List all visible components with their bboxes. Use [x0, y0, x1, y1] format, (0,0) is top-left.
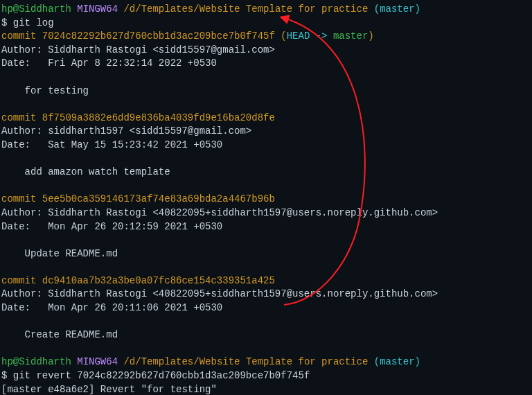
commit-hash: 7024c82292b627d760cbb1d3ac209bce7b0f745f [42, 30, 275, 42]
author-line: Author: Siddharth Rastogi <sidd15597@gma… [1, 44, 531, 58]
prompt-dollar: $ [1, 17, 13, 28]
commit-message: Create README.md [1, 328, 531, 342]
date-line: Date: Mon Apr 26 20:11:06 2021 +0530 [1, 301, 531, 315]
commit-line: commit 8f7509a3882e6dd9e836ba4039fd9e16b… [1, 112, 531, 125]
author-line: Author: siddharth1597 <sidd15597@gmail.c… [1, 125, 531, 139]
prompt-line: hp@Siddharth MINGW64 /d/Templates/Websit… [1, 3, 531, 17]
prompt-path: /d/Templates/Website Template for practi… [123, 356, 368, 367]
command-line[interactable]: $ git revert 7024c82292b627d760cbb1d3ac2… [1, 369, 531, 383]
blank-line [1, 152, 531, 166]
commit-line: commit dc9410aa7b32a3be0a07fc86ce154c339… [1, 274, 531, 288]
date-line: Date: Mon Apr 26 20:12:59 2021 +0530 [1, 220, 531, 234]
terminal-output[interactable]: hp@Siddharth MINGW64 /d/Templates/Websit… [1, 3, 531, 395]
blank-line [1, 234, 531, 247]
blank-line [1, 179, 531, 193]
commit-message: for testing [1, 85, 531, 98]
blank-line [1, 71, 531, 85]
author-line: Author: Siddharth Rastogi <40822095+sidd… [1, 288, 531, 301]
prompt-branch: master [380, 3, 414, 15]
prompt-path: /d/Templates/Website Template for practi… [123, 3, 368, 15]
commit-label: commit [1, 112, 42, 123]
commit-hash: 8f7509a3882e6dd9e836ba4039fd9e16ba20d8fe [42, 112, 275, 123]
commit-message: add amazon watch template [1, 166, 531, 179]
prompt-user-host: hp@Siddharth [1, 3, 71, 15]
prompt-shell: MINGW64 [77, 3, 118, 15]
commit-line: commit 5ee5b0ca359146173af74e83a69bda2a4… [1, 193, 531, 207]
blank-line [1, 261, 531, 274]
head-ref: HEAD -> [287, 30, 333, 42]
prompt-dollar: $ [1, 370, 13, 381]
date-line: Date: Fri Apr 8 22:32:14 2022 +0530 [1, 57, 531, 71]
commit-label: commit [1, 275, 42, 286]
commit-line: commit 7024c82292b627d760cbb1d3ac209bce7… [1, 30, 531, 44]
author-line: Author: Siddharth Rastogi <40822095+sidd… [1, 207, 531, 220]
date-line: Date: Sat May 15 15:23:42 2021 +0530 [1, 139, 531, 152]
commit-message: Update README.md [1, 247, 531, 261]
prompt-line: hp@Siddharth MINGW64 /d/Templates/Websit… [1, 356, 531, 369]
blank-line [1, 342, 531, 356]
commit-label: commit [1, 30, 42, 42]
prompt-user-host: hp@Siddharth [1, 356, 71, 367]
command-line[interactable]: $ git log [1, 17, 531, 30]
commit-hash: dc9410aa7b32a3be0a07fc86ce154c339351a425 [42, 275, 275, 286]
commit-hash: 5ee5b0ca359146173af74e83a69bda2a4467b96b [42, 193, 275, 204]
command-text: git log [13, 17, 54, 28]
prompt-branch: master [380, 356, 414, 367]
blank-line [1, 315, 531, 329]
command-text: git revert 7024c82292b627d760cbb1d3ac209… [13, 370, 310, 381]
output-line: [master e48a6e2] Revert "for testing" [1, 383, 531, 395]
blank-line [1, 98, 531, 112]
prompt-shell: MINGW64 [77, 356, 118, 367]
branch-ref: master [333, 30, 368, 42]
commit-label: commit [1, 193, 42, 204]
